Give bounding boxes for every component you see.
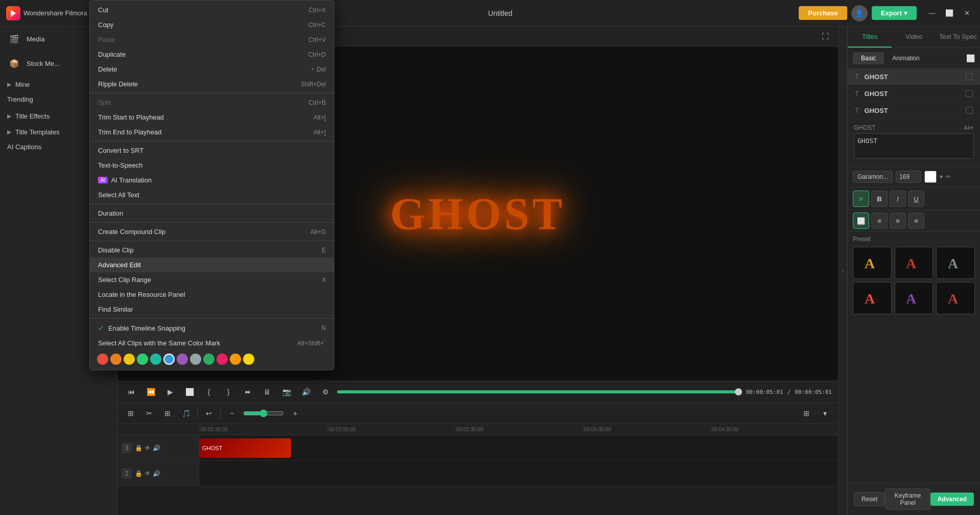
text-editor[interactable]: GHOST (854, 133, 974, 159)
track-volume-icon[interactable]: 🔊 (153, 444, 160, 452)
ctx-find-similar[interactable]: Find Similar (90, 302, 334, 317)
tab-text-to-speech[interactable]: Text To Spec (936, 27, 980, 48)
color-mark-blue[interactable] (163, 354, 175, 365)
split-track-icon[interactable]: ✂ (142, 406, 156, 420)
preset-item-1[interactable]: A (853, 247, 892, 279)
maximize-button[interactable]: ⬜ (942, 6, 957, 20)
track-clip[interactable]: GHOST (199, 438, 291, 458)
font-size-input[interactable]: 169 (896, 171, 921, 183)
font-color-swatch[interactable] (924, 171, 937, 183)
ctx-disable-clip[interactable]: Disable Clip E (90, 243, 334, 258)
ctx-select-same-color[interactable]: Select All Clips with the Same Color Mar… (90, 336, 334, 350)
ctx-trim-start[interactable]: Trim Start to Playhead Alt+[ (90, 110, 334, 125)
ctx-convert-srt[interactable]: Convert to SRT (90, 143, 334, 158)
color-mark-orange[interactable] (110, 354, 122, 365)
color-mark-purple[interactable] (177, 354, 188, 365)
list-item[interactable]: T GHOST (848, 102, 980, 119)
color-mark-amber[interactable] (230, 354, 241, 365)
color-mark-gold[interactable] (243, 354, 254, 365)
ctx-advanced-edit[interactable]: Advanced Edit (90, 258, 334, 272)
ctx-enable-snapping[interactable]: ✓ Enable Timeline Snapping N (90, 320, 334, 336)
title-checkbox-2[interactable] (966, 90, 973, 97)
font-family-select[interactable]: Garamon... (853, 171, 893, 183)
color-mark-dark-green[interactable] (203, 354, 214, 365)
list-item[interactable]: T GHOST (848, 85, 980, 102)
ripple-icon[interactable]: ⊞ (160, 406, 175, 420)
purchase-button[interactable]: Purchase (799, 6, 847, 20)
export-button[interactable]: Export ▾ (872, 6, 917, 20)
ctx-duration[interactable]: Duration (90, 206, 334, 221)
preset-item-4[interactable]: A (853, 282, 892, 314)
track-lock-icon[interactable]: 🔒 (135, 444, 142, 452)
track-content-3[interactable]: GHOST (199, 435, 838, 460)
expand-icon[interactable]: ⬜ (966, 54, 975, 62)
ctx-locate-resource[interactable]: Locate in the Resource Panel (90, 287, 334, 302)
zoom-out-icon[interactable]: − (225, 406, 239, 420)
text-columns-button[interactable]: ≡ (853, 191, 869, 207)
zoom-slider[interactable] (243, 409, 284, 417)
track-volume-icon-2[interactable]: 🔊 (153, 470, 160, 477)
track-content-2[interactable] (199, 461, 838, 486)
tab-titles[interactable]: Titles (848, 27, 892, 48)
align-right-button[interactable]: ≡ (890, 213, 906, 229)
justify-button[interactable]: ≡ (908, 213, 924, 229)
minimize-button[interactable]: — (925, 6, 939, 20)
tab-basic[interactable]: Basic (853, 52, 884, 64)
color-mark-teal[interactable] (150, 354, 161, 365)
ctx-copy[interactable]: Copy Ctrl+C (90, 17, 334, 32)
bold-button[interactable]: B (871, 191, 888, 207)
color-chevron-icon[interactable]: ▾ (940, 173, 943, 180)
ctx-ai-translation[interactable]: AI AI Translation (90, 173, 334, 188)
tab-video[interactable]: Video (892, 27, 936, 48)
list-item[interactable]: T GHOST (848, 68, 980, 85)
add-track-icon[interactable]: ⊞ (124, 406, 138, 420)
keyframe-panel-button[interactable]: Keyframe Panel (885, 488, 930, 510)
step-back-button[interactable]: ⏪ (143, 384, 158, 400)
advanced-button[interactable]: Advanced (930, 493, 974, 506)
screen-button[interactable]: 🖥 (259, 384, 275, 400)
play-button[interactable]: ▶ (162, 384, 178, 400)
split-button[interactable]: ⬌ (240, 384, 255, 400)
color-mark-yellow[interactable] (124, 354, 135, 365)
close-button[interactable]: ✕ (960, 6, 974, 20)
reset-button[interactable]: Reset (854, 492, 885, 506)
track-lock-icon-2[interactable]: 🔒 (135, 470, 142, 477)
ctx-duplicate[interactable]: Duplicate Ctrl+D (90, 47, 334, 62)
ctx-create-compound[interactable]: Create Compound Clip Alt+G (90, 224, 334, 239)
ai-edit-icon[interactable]: AI✏ (964, 125, 974, 131)
preset-item-5[interactable]: A (895, 282, 934, 314)
underline-button[interactable]: U (908, 191, 924, 207)
skip-back-button[interactable]: ⏮ (124, 384, 139, 400)
crop-button[interactable]: ⬜ (182, 384, 197, 400)
fullscreen-icon[interactable]: ⛶ (819, 30, 832, 43)
preset-item-2[interactable]: A (895, 247, 934, 279)
title-checkbox-1[interactable] (966, 73, 973, 80)
mark-in-button[interactable]: { (201, 384, 217, 400)
snapshot-button[interactable]: 📷 (279, 384, 294, 400)
align-center-button[interactable]: ≡ (871, 213, 888, 229)
color-mark-gray[interactable] (190, 354, 201, 365)
settings-playback-icon[interactable]: ⚙ (318, 384, 333, 400)
ctx-select-all-text[interactable]: Select All Text (90, 188, 334, 202)
ctx-delete[interactable]: Delete •Del (90, 62, 334, 77)
ctx-trim-end[interactable]: Trim End to Playhead Alt+] (90, 125, 334, 139)
zoom-in-icon[interactable]: + (288, 406, 302, 420)
color-mark-pink[interactable] (217, 354, 228, 365)
title-checkbox-3[interactable] (966, 107, 973, 114)
color-mark-green[interactable] (137, 354, 148, 365)
preset-item-6[interactable]: A (936, 282, 975, 314)
more-icon[interactable]: ▾ (818, 406, 832, 420)
track-eye-icon-2[interactable]: 👁 (145, 470, 151, 477)
undo-icon[interactable]: ↩ (202, 406, 216, 420)
panel-collapse-handle[interactable]: › (838, 27, 847, 515)
color-mark-red[interactable] (97, 354, 108, 365)
audio-track-icon[interactable]: 🎵 (179, 406, 193, 420)
align-left-button[interactable]: ⬜ (853, 213, 869, 229)
preset-item-3[interactable]: A (936, 247, 975, 279)
grid-layout-icon[interactable]: ⊞ (799, 406, 814, 420)
ctx-ripple-delete[interactable]: Ripple Delete Shift+Del (90, 77, 334, 91)
audio-button[interactable]: 🔊 (298, 384, 314, 400)
tab-animation[interactable]: Animation (884, 52, 927, 64)
ctx-select-clip-range[interactable]: Select Clip Range X (90, 272, 334, 287)
progress-bar[interactable] (337, 390, 742, 393)
